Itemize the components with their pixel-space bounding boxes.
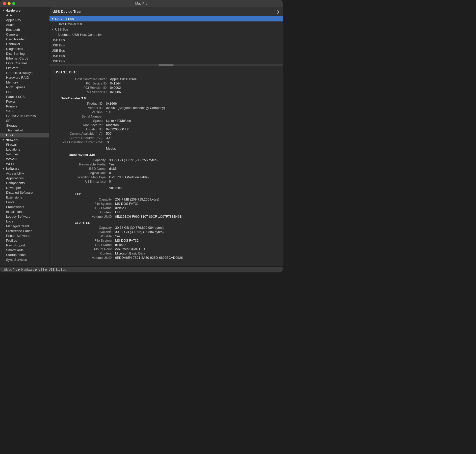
sidebar-item-discburning[interactable]: Disc Burning (0, 51, 49, 56)
sidebar-item-ethernetcards[interactable]: Ethernet Cards (0, 56, 49, 61)
sidebar-item-preferencepanes[interactable]: Preference Panes (0, 229, 49, 233)
sidebar-item-rawsupport[interactable]: Raw Support (0, 243, 49, 248)
tree-row-usb31bus[interactable]: ▼ USB 3.1 Bus (49, 16, 283, 21)
detail-label-gp-content: Content: (75, 251, 115, 255)
sidebar-item-graphicsdisplays[interactable]: Graphics/Displays (0, 70, 49, 75)
detail-label-gp-filesystem: File System: (75, 239, 115, 242)
detail-value-gp-filesystem: MS-DOS FAT32 (115, 239, 139, 242)
sidebar-item-storage[interactable]: Storage (0, 123, 49, 128)
detail-row-efi-filesystem: File System: MS-DOS FAT32 (75, 202, 278, 206)
detail-value-gp-writable: Yes (115, 234, 120, 238)
sidebar-item-nvmexpress[interactable]: NVMExpress (0, 85, 49, 90)
tree-row-usbbus1[interactable]: ▼ USB Bus (49, 27, 283, 32)
sidebar-item-fonts[interactable]: Fonts (0, 200, 49, 205)
sidebar-item-smartcards[interactable]: SmartCards (0, 248, 49, 252)
sidebar-item-locations[interactable]: Locations (0, 147, 49, 152)
sidebar-item-power[interactable]: Power (0, 99, 49, 104)
sidebar-item-startupitems[interactable]: Startup Items (0, 252, 49, 257)
detail-row-currentreq: Current Required (mA): 300 (61, 136, 278, 140)
sidebar-item-camera[interactable]: Camera (0, 32, 49, 37)
sidebar-item-sata[interactable]: SATA/SATA Express (0, 114, 49, 118)
statusbar-text: Mac Pro ▶ Hardware ▶ USB ▶ USB 3.1 Bus (6, 268, 66, 271)
sidebar-item-cardreader[interactable]: Card Reader (0, 37, 49, 42)
sidebar-item-components[interactable]: Components (0, 181, 49, 185)
sidebar-item-fibrechannel[interactable]: Fibre Channel (0, 61, 49, 66)
scrollbar-thumb[interactable] (158, 64, 174, 66)
volumes-label (69, 186, 109, 190)
sidebar-item-hardwareraid[interactable]: Hardware RAID (0, 75, 49, 80)
detail-value-efi-uuid: 0E239BC6-F960-3107-89CF-1C97F78BB46B (115, 215, 182, 218)
media-label (61, 147, 106, 150)
minimize-button[interactable] (8, 2, 11, 5)
tree-row-usbbus4[interactable]: USB Bus (49, 48, 283, 53)
detail-main-title: USB 3.1 Bus: (55, 70, 278, 74)
maximize-button[interactable] (12, 2, 15, 5)
sidebar-item-accessibility[interactable]: Accessibility (0, 171, 49, 176)
sidebar[interactable]: ▼ Hardware ATA Apple Pay Audio Bluetooth… (0, 7, 49, 266)
sidebar-item-extensions[interactable]: Extensions (0, 195, 49, 200)
usbbus6-label: USB Bus (51, 59, 65, 63)
sidebar-item-parallelscsi[interactable]: Parallel SCSI (0, 94, 49, 99)
sidebar-item-applications[interactable]: Applications (0, 176, 49, 181)
sidebar-item-memory[interactable]: Memory (0, 80, 49, 85)
tree-row-datatraveler[interactable]: DataTraveler 3.0 (49, 21, 283, 27)
detail-row-usbinterface: USB Interface: 0 (69, 180, 278, 183)
sidebar-group-network[interactable]: ▼ Network (0, 137, 49, 142)
tree-row-usbbus5[interactable]: USB Bus (49, 53, 283, 59)
sidebar-item-managedclient[interactable]: Managed Client (0, 224, 49, 229)
detail-value-gp-mountpoint: /Volumes/GPARTED (115, 247, 145, 251)
sidebar-item-developer[interactable]: Developer (0, 185, 49, 190)
tree-row-usbbus6[interactable]: USB Bus (49, 59, 283, 64)
sidebar-item-thunderbolt[interactable]: Thunderbolt (0, 128, 49, 133)
sidebar-group-software[interactable]: ▼ Software (0, 166, 49, 171)
sidebar-item-firewire[interactable]: FireWire (0, 66, 49, 70)
sidebar-item-pci[interactable]: PCI (0, 90, 49, 94)
detail-label-efi-filesystem: File System: (75, 202, 115, 206)
sidebar-item-legacysoftware[interactable]: Legacy Software (0, 214, 49, 219)
sidebar-item-sas[interactable]: SAS (0, 109, 49, 114)
sidebar-item-printers[interactable]: Printers (0, 104, 49, 109)
detail-label-logicalunit: Logical Unit: (69, 171, 109, 175)
sidebar-item-profiles[interactable]: Profiles (0, 238, 49, 243)
scrollbar-track[interactable] (49, 64, 283, 66)
sidebar-item-ata[interactable]: ATA (0, 13, 49, 18)
sidebar-item-firewall[interactable]: Firewall (0, 142, 49, 147)
detail-label-hostcontroller: Host Controller Driver: (55, 77, 110, 81)
sidebar-item-volumes[interactable]: Volumes (0, 152, 49, 157)
sidebar-item-diagnostics[interactable]: Diagnostics (0, 46, 49, 51)
detail-value-gp-available: 30.39 GB (30,392,336,384 bytes) (115, 230, 164, 234)
detail-value-partitionmap: GPT (GUID Partition Table) (109, 175, 149, 179)
detail-row-vendorid: Vendor ID: 0x0951 (Kingston Technology C… (61, 106, 278, 110)
sidebar-item-disabledsoftware[interactable]: Disabled Software (0, 190, 49, 195)
detail-value-currentavail: 500 (106, 132, 112, 135)
sidebar-item-wifi[interactable]: Wi-Fi (0, 161, 49, 166)
detail-value-logicalunit: 0 (109, 171, 111, 175)
sidebar-group-network-label: Network (6, 138, 18, 142)
sidebar-item-syncservices[interactable]: Sync Services (0, 257, 49, 262)
chevron-button[interactable]: ❯ (276, 9, 280, 14)
detail-row-speed: Speed: Up to 480Mb/sec (61, 119, 278, 123)
sidebar-item-logs[interactable]: Logs (0, 219, 49, 224)
sidebar-group-hardware[interactable]: ▼ Hardware (0, 8, 49, 13)
tree-and-detail: ▼ USB 3.1 Bus DataTraveler 3.0 ▼ USB Bus (49, 16, 283, 266)
detail-row-gp-available: Available: 30.39 GB (30,392,336,384 byte… (75, 230, 278, 234)
sidebar-item-controller[interactable]: Controller (0, 42, 49, 46)
sidebar-item-wwan[interactable]: WWAN (0, 157, 49, 161)
media-text: Media: (106, 147, 116, 150)
sidebar-item-printersoftware[interactable]: Printer Software (0, 233, 49, 238)
tree-row-usbbus3[interactable]: USB Bus (49, 43, 283, 48)
sidebar-item-bluetooth[interactable]: Bluetooth (0, 27, 49, 32)
tree-section[interactable]: ▼ USB 3.1 Bus DataTraveler 3.0 ▼ USB Bus (49, 16, 283, 64)
detail-value-gp-capacity: 30.78 GB (30,779,899,904 bytes) (115, 226, 164, 230)
close-button[interactable] (3, 2, 6, 5)
sidebar-item-installations[interactable]: Installations (0, 209, 49, 214)
sidebar-item-usb[interactable]: USB (0, 133, 49, 137)
detail-value-gp-bsdname: disk5s2 (115, 243, 126, 247)
sidebar-item-spi[interactable]: SPI (0, 118, 49, 123)
sidebar-item-applepay[interactable]: Apple Pay (0, 18, 49, 22)
tree-row-usbbus2[interactable]: USB Bus (49, 37, 283, 43)
sidebar-item-frameworks[interactable]: Frameworks (0, 205, 49, 209)
sidebar-item-audio[interactable]: Audio (0, 22, 49, 27)
tree-row-bluetooth[interactable]: Bluetooth USB Host Controller (49, 32, 283, 37)
hardware-arrow: ▼ (2, 9, 5, 12)
